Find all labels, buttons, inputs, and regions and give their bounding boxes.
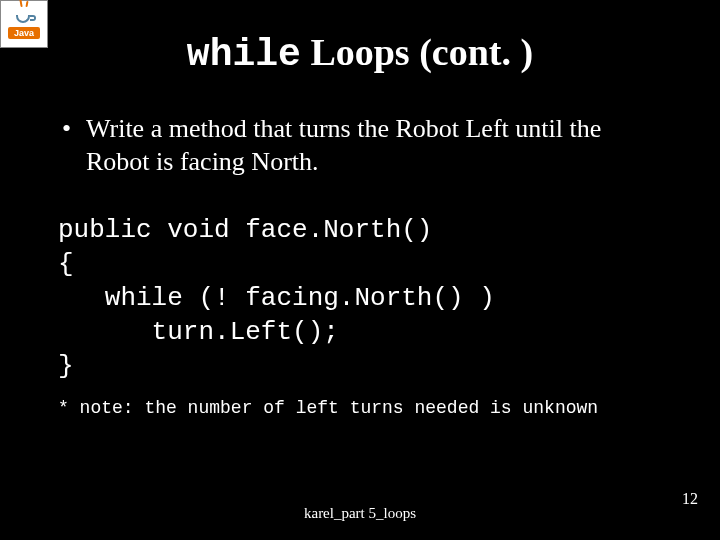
code-line-1: public void face.North() — [58, 215, 432, 245]
footer-reference: karel_part 5_loops — [0, 505, 720, 522]
bullet-row: • Write a method that turns the Robot Le… — [58, 112, 662, 179]
note-text: * note: the number of left turns needed … — [58, 397, 662, 420]
java-logo: Java — [0, 0, 48, 48]
title-code-keyword: while — [187, 33, 301, 76]
code-line-3: while (! facing.North() ) — [58, 283, 495, 313]
code-block: public void face.North() { while (! faci… — [58, 181, 662, 384]
slide-content: • Write a method that turns the Robot Le… — [0, 112, 720, 420]
code-line-4: turn.Left(); — [58, 317, 339, 347]
bullet-text: Write a method that turns the Robot Left… — [86, 112, 662, 179]
page-number: 12 — [682, 490, 698, 508]
bullet-marker: • — [58, 112, 86, 179]
code-line-5: } — [58, 351, 74, 381]
java-logo-label: Java — [8, 27, 40, 39]
title-rest: Loops (cont. ) — [301, 31, 533, 73]
slide-title: while Loops (cont. ) — [0, 30, 720, 76]
code-line-2: { — [58, 249, 74, 279]
java-cup-icon — [14, 9, 34, 23]
